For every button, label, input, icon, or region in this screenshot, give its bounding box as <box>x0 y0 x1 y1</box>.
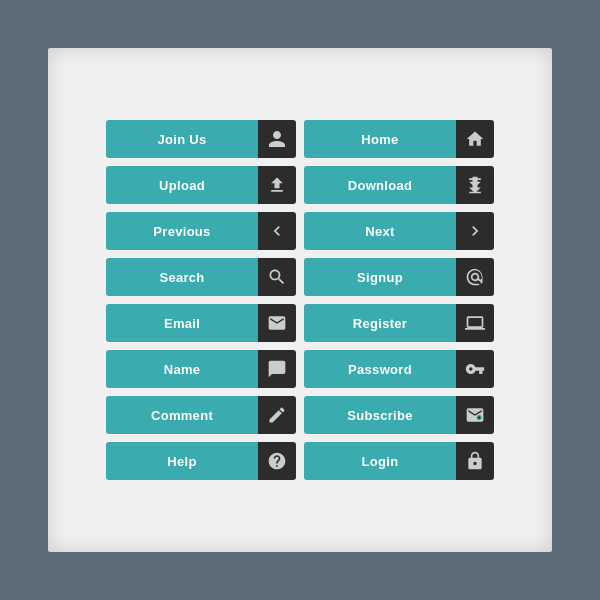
download-button[interactable]: Download <box>304 166 494 204</box>
help-button[interactable]: Help <box>106 442 296 480</box>
login-button[interactable]: Login <box>304 442 494 480</box>
upload-icon <box>258 166 296 204</box>
home-icon <box>456 120 494 158</box>
comment-icon <box>258 350 296 388</box>
password-button[interactable]: Password <box>304 350 494 388</box>
email-button[interactable]: Email <box>106 304 296 342</box>
inner-card: Join UsHomeUploadDownloadPreviousNextSea… <box>48 48 552 552</box>
user-icon <box>258 120 296 158</box>
subscribe-button[interactable]: Subscribe <box>304 396 494 434</box>
upload-button[interactable]: Upload <box>106 166 296 204</box>
button-grid: Join UsHomeUploadDownloadPreviousNextSea… <box>86 100 514 500</box>
edit-icon <box>258 396 296 434</box>
login-label: Login <box>304 442 456 480</box>
download-icon <box>456 166 494 204</box>
next-label: Next <box>304 212 456 250</box>
join-us-button[interactable]: Join Us <box>106 120 296 158</box>
register-label: Register <box>304 304 456 342</box>
subscribe-label: Subscribe <box>304 396 456 434</box>
lock-icon <box>456 442 494 480</box>
search-icon <box>258 258 296 296</box>
chevron-right-icon <box>456 212 494 250</box>
comment-button[interactable]: Comment <box>106 396 296 434</box>
register-button[interactable]: Register <box>304 304 494 342</box>
previous-label: Previous <box>106 212 258 250</box>
upload-label: Upload <box>106 166 258 204</box>
previous-button[interactable]: Previous <box>106 212 296 250</box>
chevron-left-icon <box>258 212 296 250</box>
key-icon <box>456 350 494 388</box>
join-us-label: Join Us <box>106 120 258 158</box>
email-icon <box>258 304 296 342</box>
name-button[interactable]: Name <box>106 350 296 388</box>
home-label: Home <box>304 120 456 158</box>
search-label: Search <box>106 258 258 296</box>
download-label: Download <box>304 166 456 204</box>
signup-label: Signup <box>304 258 456 296</box>
signup-button[interactable]: Signup <box>304 258 494 296</box>
subscribe-icon <box>456 396 494 434</box>
search-button[interactable]: Search <box>106 258 296 296</box>
laptop-icon <box>456 304 494 342</box>
home-button[interactable]: Home <box>304 120 494 158</box>
help-icon <box>258 442 296 480</box>
outer-frame: Join UsHomeUploadDownloadPreviousNextSea… <box>30 30 570 570</box>
at-icon <box>456 258 494 296</box>
help-label: Help <box>106 442 258 480</box>
comment-label: Comment <box>106 396 258 434</box>
name-label: Name <box>106 350 258 388</box>
next-button[interactable]: Next <box>304 212 494 250</box>
password-label: Password <box>304 350 456 388</box>
email-label: Email <box>106 304 258 342</box>
